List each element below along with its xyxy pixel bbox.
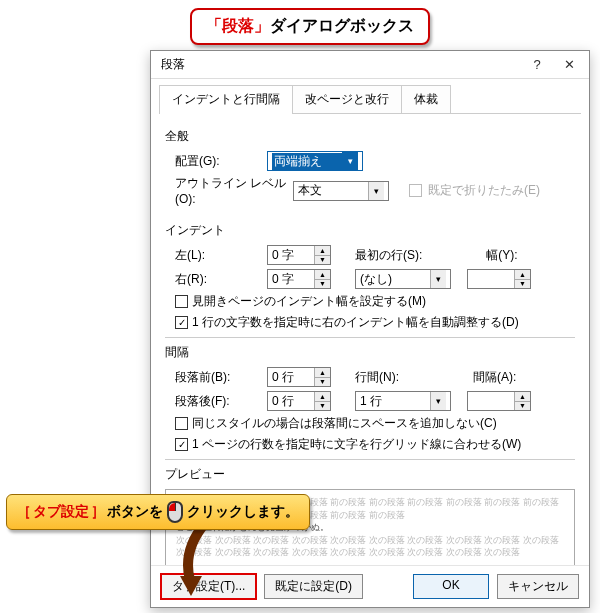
checkbox-mirror-indent[interactable]	[175, 295, 188, 308]
checkbox-fold	[409, 184, 422, 197]
label-fold: 既定で折りたたみ(E)	[428, 182, 540, 199]
spinner-space-before-value: 0 行	[272, 369, 314, 386]
tab-style[interactable]: 体裁	[401, 85, 451, 113]
spinner-width[interactable]: ▲▼	[467, 269, 531, 289]
spinner-indent-right[interactable]: 0 字 ▲▼	[267, 269, 331, 289]
close-button[interactable]: ✕	[553, 53, 585, 77]
callout-rest: ダイアログボックス	[270, 17, 414, 34]
select-firstline-value: (なし)	[360, 271, 430, 288]
callout-quote-open: 「	[206, 17, 222, 34]
spinner-buttons[interactable]: ▲▼	[314, 392, 330, 410]
select-line-height[interactable]: 1 行 ▾	[355, 391, 451, 411]
spinner-buttons[interactable]: ▲▼	[314, 246, 330, 264]
label-outline: アウトライン レベル(O):	[175, 175, 287, 206]
titlebar: 段落 ? ✕	[151, 51, 589, 79]
checkbox-nospace-same-style[interactable]	[175, 417, 188, 430]
dialog-title: 段落	[161, 56, 521, 73]
label-indent-right: 右(R):	[175, 271, 261, 288]
select-line-height-value: 1 行	[360, 393, 430, 410]
tab-strip: インデントと行間隔 改ページと改行 体裁	[159, 85, 581, 114]
callout-click-instruction: ［タブ設定］ ボタンを クリックします。	[6, 494, 310, 530]
cancel-button[interactable]: キャンセル	[497, 574, 579, 599]
chevron-down-icon: ▾	[342, 152, 358, 170]
tab-page-break[interactable]: 改ページと改行	[292, 85, 402, 113]
label-indent-left: 左(L):	[175, 247, 261, 264]
label-amount: 間隔(A):	[473, 369, 516, 386]
callout-end: クリックします。	[187, 503, 299, 521]
ok-button[interactable]: OK	[413, 574, 489, 599]
callout-mid: ボタンを	[107, 503, 163, 521]
spinner-buttons[interactable]: ▲▼	[314, 270, 330, 288]
callout-quote-close: 」	[254, 17, 270, 34]
label-firstline: 最初の行(S):	[355, 247, 422, 264]
label-space-before: 段落前(B):	[175, 369, 261, 386]
button-bar: タブ設定(T)... 既定に設定(D) OK キャンセル	[151, 565, 589, 607]
section-preview: プレビュー	[165, 466, 575, 483]
label-grid-align: 1 ページの行数を指定時に文字を行グリッド線に合わせる(W)	[192, 436, 521, 453]
chevron-down-icon: ▾	[368, 182, 384, 200]
label-nospace-same-style: 同じスタイルの場合は段落間にスペースを追加しない(C)	[192, 415, 497, 432]
chevron-down-icon: ▾	[430, 270, 446, 288]
callout-bracket-close: ］	[91, 503, 105, 521]
spinner-buttons[interactable]: ▲▼	[314, 368, 330, 386]
help-button[interactable]: ?	[521, 53, 553, 77]
tab-indent-spacing[interactable]: インデントと行間隔	[159, 85, 293, 113]
callout-dialog-title: 「段落」ダイアログボックス	[190, 8, 430, 45]
spinner-indent-left[interactable]: 0 字 ▲▼	[267, 245, 331, 265]
chevron-down-icon: ▾	[430, 392, 446, 410]
select-firstline[interactable]: (なし) ▾	[355, 269, 451, 289]
select-alignment[interactable]: 両端揃え ▾	[267, 151, 363, 171]
select-outline[interactable]: 本文 ▾	[293, 181, 389, 201]
select-outline-value: 本文	[298, 182, 368, 199]
label-auto-indent: 1 行の文字数を指定時に右のインデント幅を自動調整する(D)	[192, 314, 519, 331]
select-alignment-value: 両端揃え	[272, 153, 342, 170]
callout-word: 段落	[222, 17, 254, 34]
section-spacing: 間隔	[165, 344, 575, 361]
spinner-buttons[interactable]: ▲▼	[514, 392, 530, 410]
set-default-button[interactable]: 既定に設定(D)	[264, 574, 363, 599]
checkbox-auto-indent[interactable]: ✓	[175, 316, 188, 329]
separator	[165, 337, 575, 338]
checkbox-grid-align[interactable]: ✓	[175, 438, 188, 451]
spinner-space-after[interactable]: 0 行 ▲▼	[267, 391, 331, 411]
callout-word: タブ設定	[33, 503, 89, 521]
spinner-space-before[interactable]: 0 行 ▲▼	[267, 367, 331, 387]
label-alignment: 配置(G):	[175, 153, 261, 170]
section-general: 全般	[165, 128, 575, 145]
label-line-height: 行間(N):	[355, 369, 399, 386]
spinner-buttons[interactable]: ▲▼	[514, 270, 530, 288]
callout-bracket-open: ［	[17, 503, 31, 521]
label-space-after: 段落後(F):	[175, 393, 261, 410]
spinner-indent-right-value: 0 字	[272, 271, 314, 288]
spinner-amount[interactable]: ▲▼	[467, 391, 531, 411]
label-width: 幅(Y):	[486, 247, 517, 264]
preview-nextpara: 次の段落 次の段落 次の段落 次の段落 次の段落 次の段落 次の段落 次の段落 …	[176, 534, 564, 559]
label-mirror-indent: 見開きページのインデント幅を設定する(M)	[192, 293, 426, 310]
spinner-space-after-value: 0 行	[272, 393, 314, 410]
tab-settings-button[interactable]: タブ設定(T)...	[161, 574, 256, 599]
separator	[165, 459, 575, 460]
section-indent: インデント	[165, 222, 575, 239]
spinner-indent-left-value: 0 字	[272, 247, 314, 264]
mouse-icon	[167, 501, 183, 523]
